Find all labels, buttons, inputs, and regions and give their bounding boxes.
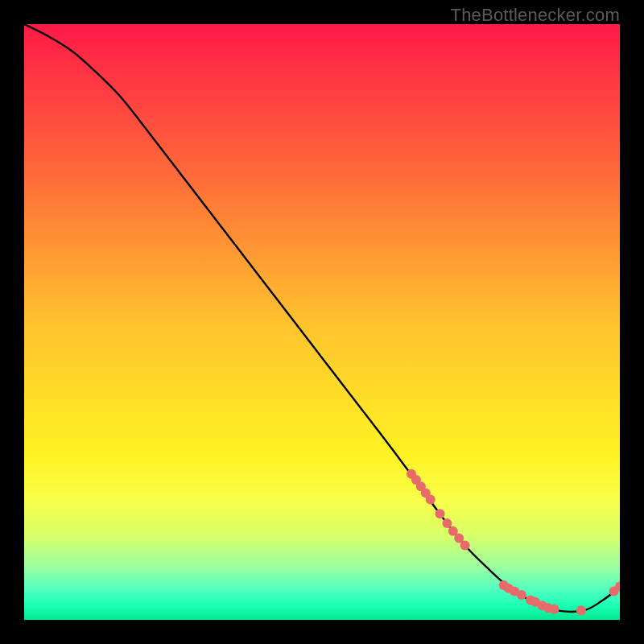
watermark-text: TheBottlenecker.com [451, 5, 620, 26]
marker-point [460, 541, 470, 551]
marker-point [576, 605, 586, 615]
marker-point [550, 605, 559, 614]
bottleneck-chart [24, 24, 620, 620]
marker-point [442, 518, 452, 528]
marker-point [517, 590, 526, 600]
marker-point [436, 509, 445, 518]
marker-point [426, 495, 436, 505]
gradient-background [24, 24, 620, 620]
chart-stage: TheBottlenecker.com [0, 0, 644, 644]
